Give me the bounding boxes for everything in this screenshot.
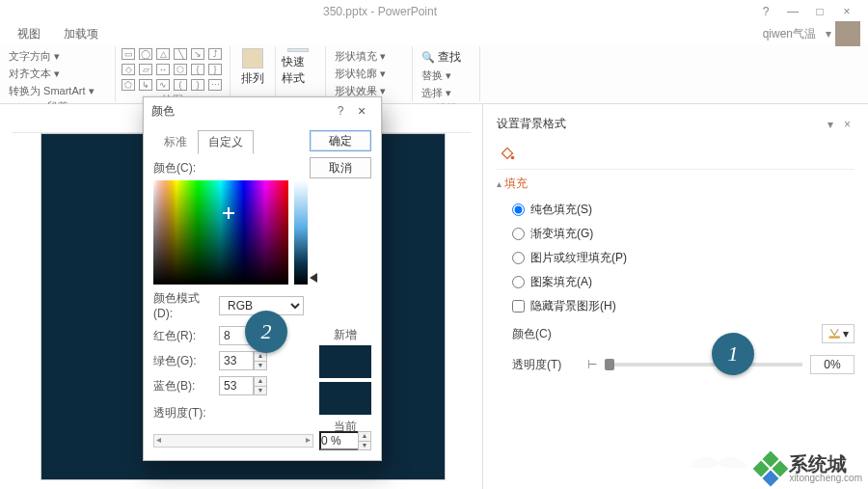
- dialog-close-button[interactable]: ×: [350, 103, 373, 119]
- quick-styles-button[interactable]: 快速样式: [282, 48, 314, 87]
- label-current-color: 当前: [319, 419, 371, 435]
- maximize-button[interactable]: □: [806, 5, 833, 18]
- dialog-transparency-slider[interactable]: [153, 434, 313, 448]
- close-window-button[interactable]: ×: [833, 5, 860, 18]
- fill-color-picker[interactable]: ▾: [822, 324, 854, 343]
- select-button[interactable]: 选择 ▾: [419, 85, 474, 101]
- svg-point-0: [511, 156, 515, 160]
- ok-button[interactable]: 确定: [310, 130, 371, 151]
- label-green: 绿色(G):: [153, 353, 213, 369]
- label-red: 红色(R):: [153, 328, 213, 344]
- signed-in-user[interactable]: qiwen气温: [757, 26, 822, 42]
- transparency-slider[interactable]: [605, 363, 802, 367]
- tab-view[interactable]: 视图: [8, 24, 50, 44]
- ribbon-group-quickstyles: 快速样式: [276, 46, 326, 101]
- watermark-book-icon: [685, 441, 752, 475]
- avatar[interactable]: [835, 21, 860, 46]
- convert-smartart-button[interactable]: 转换为 SmartArt ▾: [6, 83, 109, 99]
- align-text-button[interactable]: 对齐文本 ▾: [6, 66, 109, 82]
- label-color-mode: 颜色模式(D):: [153, 290, 213, 320]
- label-fill-color: 颜色(C): [512, 326, 580, 342]
- shapes-gallery[interactable]: ▭◯△╲↘⤴ ◇▱↔⬡{} ⬠↳∿()⋯: [122, 48, 224, 93]
- tab-standard-colors[interactable]: 标准: [153, 130, 198, 154]
- color-field[interactable]: [153, 180, 288, 285]
- arrange-button[interactable]: 排列: [236, 48, 269, 87]
- blue-input[interactable]: [219, 376, 254, 395]
- check-hide-bg-graphics[interactable]: 隐藏背景图形(H): [512, 298, 854, 314]
- blue-down[interactable]: ▼: [254, 386, 267, 395]
- ribbon-group-shape-format: 形状填充 ▾ 形状轮廓 ▾ 形状效果 ▾: [326, 46, 413, 101]
- blue-up[interactable]: ▲: [254, 376, 267, 386]
- ribbon-group-arrange: 排列: [231, 46, 276, 101]
- help-button[interactable]: ?: [752, 5, 779, 18]
- watermark: 系统城 xitongcheng.com: [758, 454, 862, 483]
- pane-title: 设置背景格式: [497, 116, 566, 132]
- watermark-text-en: xitongcheng.com: [789, 474, 862, 483]
- label-transparency: 透明度(T): [512, 357, 580, 373]
- annotation-bubble-1: 1: [712, 333, 754, 375]
- pane-close-buttons[interactable]: ▾ ×: [827, 118, 854, 131]
- ribbon-group-paragraph: 文字方向 ▾ 对齐文本 ▾ 转换为 SmartArt ▾ 段落: [0, 46, 116, 101]
- label-new-color: 新增: [319, 327, 371, 343]
- radio-gradient-fill[interactable]: 渐变填充(G): [512, 226, 854, 242]
- fill-category-icon[interactable]: [497, 142, 518, 163]
- format-background-pane: 设置背景格式 ▾ × 填充 纯色填充(S) 渐变填充(G) 图片或纹理填充(P)…: [482, 104, 868, 489]
- color-crosshair[interactable]: [223, 207, 234, 219]
- radio-picture-fill[interactable]: 图片或纹理填充(P): [512, 250, 854, 266]
- tab-addins[interactable]: 加载项: [54, 24, 108, 44]
- find-button[interactable]: 🔍 查找: [419, 48, 474, 67]
- ribbon: 文字方向 ▾ 对齐文本 ▾ 转换为 SmartArt ▾ 段落 ▭◯△╲↘⤴ ◇…: [0, 44, 868, 104]
- svg-rect-1: [829, 336, 840, 338]
- watermark-text-cn: 系统城: [789, 454, 862, 474]
- radio-solid-fill[interactable]: 纯色填充(S): [512, 202, 854, 218]
- window-titlebar: 350.pptx - PowerPoint ? — □ ×: [0, 0, 868, 23]
- green-input[interactable]: [219, 351, 254, 370]
- document-title: 350.pptx - PowerPoint: [8, 5, 752, 18]
- luminance-handle[interactable]: [310, 273, 317, 283]
- text-direction-button[interactable]: 文字方向 ▾: [6, 48, 109, 65]
- color-preview: 新增 当前: [319, 327, 371, 437]
- dialog-help-button[interactable]: ?: [331, 104, 350, 118]
- dialog-title: 颜色: [151, 103, 331, 120]
- trans-down[interactable]: ▼: [358, 441, 371, 450]
- cancel-button[interactable]: 取消: [310, 157, 371, 178]
- tab-custom-colors[interactable]: 自定义: [198, 130, 254, 154]
- radio-pattern-fill[interactable]: 图案填充(A): [512, 274, 854, 290]
- color-dialog: 颜色 ? × 标准 自定义 确定 取消 颜色(C): 颜色模式(D): RGB …: [143, 96, 382, 461]
- watermark-logo-icon: [753, 451, 789, 487]
- swatch-current: [319, 382, 371, 415]
- ribbon-group-shapes: ▭◯△╲↘⤴ ◇▱↔⬡{} ⬠↳∿()⋯ 绘图: [116, 46, 231, 101]
- section-fill[interactable]: 填充: [497, 169, 854, 198]
- luminance-slider[interactable]: [294, 180, 308, 285]
- ribbon-tabs: 视图 加载项 qiwen气温 ▾: [0, 23, 868, 44]
- transparency-value[interactable]: 0%: [810, 355, 854, 374]
- ribbon-group-edit: 🔍 查找 替换 ▾ 选择 ▾ 编辑: [413, 46, 480, 101]
- shape-fill-button[interactable]: 形状填充 ▾: [332, 48, 406, 65]
- replace-button[interactable]: 替换 ▾: [419, 68, 474, 84]
- work-area: ··· ▾ ··· 设置背景格式 ▾ × 填充 纯色填充(S) 渐变填充(G) …: [0, 104, 868, 489]
- shape-outline-button[interactable]: 形状轮廓 ▾: [332, 66, 406, 82]
- label-blue: 蓝色(B):: [153, 378, 213, 394]
- swatch-new: [319, 345, 371, 378]
- green-down[interactable]: ▼: [254, 361, 267, 370]
- minimize-button[interactable]: —: [779, 5, 806, 18]
- annotation-bubble-2: 2: [245, 311, 287, 353]
